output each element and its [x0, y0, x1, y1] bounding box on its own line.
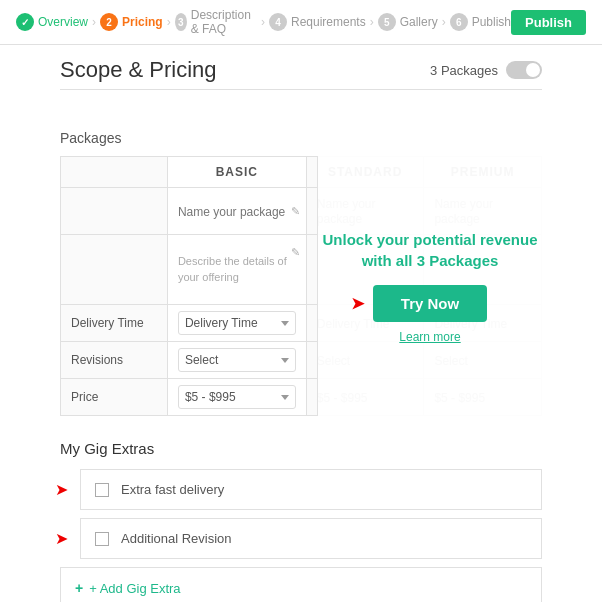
- name-basic-input[interactable]: [178, 205, 296, 219]
- nav-chevron-2: ›: [167, 15, 171, 29]
- packages-section-label: Packages: [60, 130, 542, 146]
- nav-step-overview[interactable]: ✓ Overview: [16, 13, 88, 31]
- step-circle-overview: ✓: [16, 13, 34, 31]
- extras-title: My Gig Extras: [60, 440, 542, 457]
- arrow-indicator-0: ➤: [55, 480, 68, 499]
- step-label-pricing: Pricing: [122, 15, 163, 29]
- delivery-basic-select[interactable]: Delivery Time: [178, 311, 296, 335]
- describe-basic-edit-icon[interactable]: ✎: [291, 245, 300, 260]
- packages-toggle[interactable]: 3 Packages: [430, 61, 542, 79]
- step-circle-pricing: 2: [100, 13, 118, 31]
- publish-button[interactable]: Publish: [511, 10, 586, 35]
- extra-label-0: Extra fast delivery: [121, 482, 224, 497]
- try-now-button[interactable]: Try Now: [373, 285, 487, 322]
- main-content: Packages BASIC STANDARD PREMIUM ✎: [0, 90, 602, 602]
- extra-item-0: ➤ Extra fast delivery: [80, 469, 542, 510]
- extra-item-1: ➤ Additional Revision: [80, 518, 542, 559]
- step-label-publish: Publish: [472, 15, 511, 29]
- name-row-label: [61, 188, 168, 235]
- name-basic-cell[interactable]: ✎: [167, 188, 306, 235]
- nav-chevron-1: ›: [92, 15, 96, 29]
- nav-chevron-5: ›: [442, 15, 446, 29]
- price-row-label: Price: [61, 379, 168, 416]
- gig-extras-section: My Gig Extras ➤ Extra fast delivery ➤ Ad…: [60, 440, 542, 602]
- page-header: Scope & Pricing 3 Packages: [0, 45, 602, 89]
- describe-basic-cell[interactable]: Describe the details of your offering ✎: [167, 235, 306, 305]
- delivery-basic-cell[interactable]: Delivery Time: [167, 305, 306, 342]
- overlay-title: Unlock your potential revenue with all 3…: [318, 229, 542, 271]
- name-basic-edit-icon[interactable]: ✎: [291, 205, 300, 218]
- header-label-cell: [61, 157, 168, 188]
- nav-steps: ✓ Overview › 2 Pricing › 3 Description &…: [16, 8, 511, 36]
- add-gig-extra-button[interactable]: + + Add Gig Extra: [60, 567, 542, 602]
- top-nav: ✓ Overview › 2 Pricing › 3 Description &…: [0, 0, 602, 45]
- nav-step-publish[interactable]: 6 Publish: [450, 13, 511, 31]
- nav-step-pricing[interactable]: 2 Pricing: [100, 13, 163, 31]
- step-circle-gallery: 5: [378, 13, 396, 31]
- step-label-gallery: Gallery: [400, 15, 438, 29]
- extra-checkbox-0[interactable]: [95, 483, 109, 497]
- page-title: Scope & Pricing: [60, 57, 217, 83]
- nav-step-requirements[interactable]: 4 Requirements: [269, 13, 366, 31]
- describe-row-label: [61, 235, 168, 305]
- nav-chevron-4: ›: [370, 15, 374, 29]
- extra-label-1: Additional Revision: [121, 531, 232, 546]
- revisions-basic-cell[interactable]: Select: [167, 342, 306, 379]
- delivery-row-label: Delivery Time: [61, 305, 168, 342]
- header-basic: BASIC: [167, 157, 306, 188]
- price-basic-select[interactable]: $5 - $995: [178, 385, 296, 409]
- step-label-description: Description & FAQ: [191, 8, 257, 36]
- packages-table-wrapper: BASIC STANDARD PREMIUM ✎ Name your packa…: [60, 156, 542, 416]
- step-circle-description: 3: [175, 13, 187, 31]
- arrow-indicator-1: ➤: [55, 529, 68, 548]
- packages-toggle-label: 3 Packages: [430, 63, 498, 78]
- learn-more-link[interactable]: Learn more: [399, 330, 460, 344]
- plus-icon: +: [75, 580, 83, 596]
- step-label-requirements: Requirements: [291, 15, 366, 29]
- revisions-row-label: Revisions: [61, 342, 168, 379]
- revisions-basic-select[interactable]: Select: [178, 348, 296, 372]
- packages-toggle-switch[interactable]: [506, 61, 542, 79]
- price-basic-cell[interactable]: $5 - $995: [167, 379, 306, 416]
- describe-basic-text: Describe the details of your offering: [178, 255, 287, 282]
- nav-step-gallery[interactable]: 5 Gallery: [378, 13, 438, 31]
- packages-overlay: Unlock your potential revenue with all 3…: [317, 156, 542, 416]
- extra-checkbox-1[interactable]: [95, 532, 109, 546]
- nav-step-description[interactable]: 3 Description & FAQ: [175, 8, 257, 36]
- step-label-overview: Overview: [38, 15, 88, 29]
- nav-chevron-3: ›: [261, 15, 265, 29]
- add-extra-label: + Add Gig Extra: [89, 581, 180, 596]
- step-circle-requirements: 4: [269, 13, 287, 31]
- packages-section: Packages BASIC STANDARD PREMIUM ✎: [60, 130, 542, 416]
- step-circle-publish: 6: [450, 13, 468, 31]
